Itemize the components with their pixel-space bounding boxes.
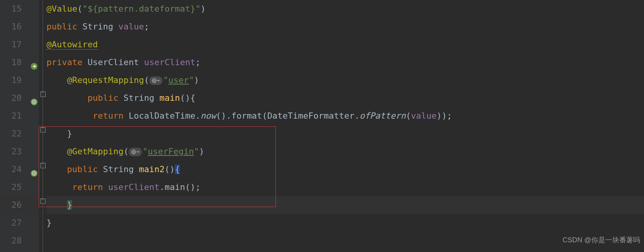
line-number: 16 — [12, 18, 22, 36]
code-line[interactable]: @Autowired — [46, 36, 644, 54]
fold-column — [39, 0, 46, 252]
code-line[interactable]: } — [46, 196, 644, 214]
bean-injected-icon[interactable] — [30, 59, 38, 66]
line-number: 26 — [12, 196, 22, 214]
fold-toggle-icon[interactable] — [40, 91, 46, 97]
web-endpoint-icon[interactable] — [30, 94, 38, 102]
code-line[interactable]: public String main2(){ — [46, 161, 644, 178]
code-line[interactable]: } — [46, 214, 644, 232]
code-line[interactable]: @Value("${pattern.dateformat}") — [46, 0, 644, 18]
web-endpoint-icon[interactable] — [30, 166, 38, 173]
line-number: 22 — [12, 125, 22, 143]
line-number: 18 — [12, 54, 22, 71]
url-hint-icon[interactable] — [129, 148, 142, 156]
code-line[interactable]: @RequestMapping("user") — [46, 71, 644, 89]
line-number: 19 — [12, 71, 22, 89]
line-number: 25 — [12, 178, 22, 196]
line-number: 24 — [12, 161, 22, 178]
line-number: 20 — [12, 89, 22, 107]
code-area[interactable]: @Value("${pattern.dateformat}") public S… — [46, 0, 644, 250]
line-number: 28 — [12, 232, 22, 250]
line-number: 23 — [12, 143, 22, 161]
code-line[interactable]: } — [46, 125, 644, 143]
watermark: CSDN @你是一块番薯吗 — [563, 231, 640, 249]
line-number: 15 — [12, 0, 22, 18]
url-hint-icon[interactable] — [149, 76, 162, 85]
line-number: 21 — [12, 107, 22, 125]
code-line[interactable]: private UserClient userClient; — [46, 54, 644, 71]
fold-toggle-icon[interactable] — [40, 198, 46, 204]
code-line[interactable]: @GetMapping("userFegin") — [46, 143, 644, 161]
code-line[interactable]: public String value; — [46, 18, 644, 36]
line-number: 17 — [12, 36, 22, 54]
code-line[interactable]: return LocalDateTime.now().format(DateTi… — [46, 107, 644, 125]
fold-toggle-icon[interactable] — [40, 127, 46, 133]
code-line[interactable]: return userClient.main(); — [46, 178, 644, 196]
fold-toggle-icon[interactable] — [40, 163, 46, 168]
code-editor[interactable]: { "lines": { "n15":"15","n16":"16","n17"… — [0, 0, 644, 252]
line-number: 27 — [12, 214, 22, 232]
code-line[interactable]: public String main(){ — [46, 89, 644, 107]
code-line[interactable] — [46, 232, 644, 250]
gutter: 15 16 17 18 19 20 21 22 23 24 25 26 27 2… — [0, 0, 39, 252]
